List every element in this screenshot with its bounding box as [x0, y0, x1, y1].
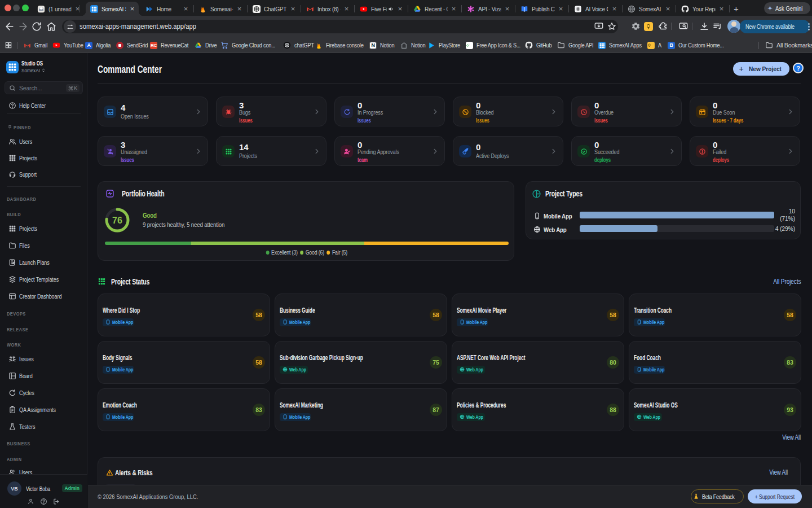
svg-text:76: 76 — [112, 216, 122, 225]
